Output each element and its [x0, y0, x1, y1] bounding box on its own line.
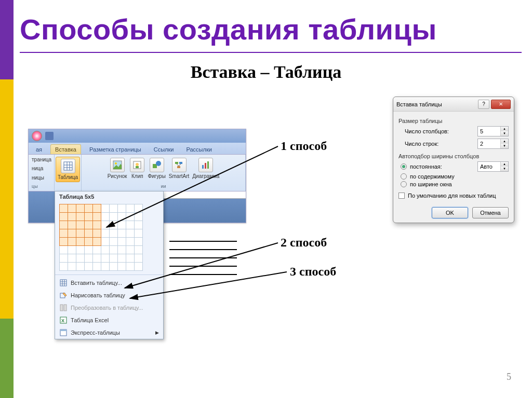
tab-references[interactable]: Ссылки: [150, 145, 178, 154]
radio-icon: [401, 173, 407, 180]
table-button[interactable]: Таблица: [56, 157, 80, 182]
svg-rect-26: [60, 305, 63, 311]
ribbon-tabs: ая Вставка Разметка страницы Ссылки Расс…: [29, 143, 246, 154]
convert-table-icon: [59, 304, 68, 312]
spin-up-icon[interactable]: ▲: [501, 162, 508, 167]
group-label-pages: цы: [32, 184, 38, 189]
svg-rect-19: [207, 161, 209, 169]
insert-table-icon: [59, 279, 68, 287]
svg-rect-20: [60, 280, 66, 286]
dialog-titlebar: Вставка таблицы ? ✕: [393, 97, 514, 112]
tab-home-fragment[interactable]: ая: [32, 145, 46, 154]
svg-line-15: [177, 164, 179, 166]
table-dropdown: Таблица 5x5 Вставить таблицу... Нарисова…: [55, 191, 164, 339]
slide-subtitle: Вставка – Таблица: [0, 62, 532, 82]
menu-insert-table[interactable]: Вставить таблицу...: [55, 277, 163, 289]
svg-rect-17: [202, 165, 204, 169]
pages-group-fragment: траница ница ницы цы: [29, 155, 55, 191]
callout-method2: 2 способ: [281, 236, 327, 250]
quick-tables-icon: [59, 328, 68, 337]
svg-rect-18: [205, 163, 206, 169]
svg-rect-27: [64, 305, 66, 311]
group-label-illustrations: ии: [161, 184, 166, 189]
svg-rect-14: [177, 166, 180, 168]
smartart-button[interactable]: SmartArt: [168, 157, 190, 180]
excel-icon: X: [59, 316, 68, 324]
cancel-button[interactable]: Отмена: [472, 207, 509, 218]
section-table-size: Размер таблицы: [398, 118, 509, 124]
illustrations-group: Рисунок Клип Фигуры SmartArt Диаграмма и…: [82, 155, 246, 191]
title-underline: [20, 52, 522, 53]
cols-input[interactable]: 5▲▼: [477, 126, 509, 136]
dropdown-title: Таблица 5x5: [55, 191, 163, 202]
svg-rect-0: [64, 162, 72, 170]
section-autofit: Автоподбор ширины столбцов: [398, 153, 509, 159]
svg-point-11: [156, 161, 161, 166]
svg-rect-31: [60, 330, 66, 331]
clip-icon: [130, 158, 144, 172]
shapes-icon: [150, 158, 164, 172]
callout-method1: 1 способ: [281, 139, 327, 153]
slide-accent-bar: [0, 0, 14, 398]
svg-rect-12: [175, 162, 178, 164]
grid-picker[interactable]: [55, 202, 163, 273]
default-new-checkbox[interactable]: По умолчанию для новых таблиц: [398, 193, 509, 199]
qat-save-icon[interactable]: [45, 132, 54, 140]
picture-icon: [110, 158, 125, 172]
chart-icon: [198, 158, 213, 172]
document-content-lines: [169, 234, 237, 282]
ribbon-body: траница ница ницы цы Таблица Рисунок Кли…: [29, 154, 246, 191]
radio-by-content[interactable]: по содержимому: [398, 173, 509, 180]
clip-button[interactable]: Клип: [129, 157, 145, 180]
checkbox-icon: [398, 193, 405, 199]
svg-point-8: [136, 163, 139, 166]
cols-label: Число столбцов:: [398, 128, 477, 134]
menu-quick-tables[interactable]: Экспресс-таблицы ▶: [55, 326, 163, 339]
quick-access-toolbar: [29, 129, 246, 143]
svg-text:X: X: [61, 318, 64, 323]
ok-button[interactable]: OK: [432, 207, 468, 218]
spin-up-icon[interactable]: ▲: [501, 139, 508, 144]
shapes-button[interactable]: Фигуры: [147, 157, 166, 180]
insert-table-dialog: Вставка таблицы ? ✕ Размер таблицы Число…: [393, 97, 514, 223]
tab-insert[interactable]: Вставка: [50, 144, 81, 154]
tables-group: Таблица: [55, 155, 82, 191]
tab-mailings[interactable]: Рассылки: [182, 145, 216, 154]
svg-line-16: [179, 164, 181, 166]
tab-page-layout[interactable]: Разметка страницы: [85, 145, 145, 154]
chart-button[interactable]: Диаграмма: [191, 157, 220, 180]
page-number: 5: [507, 372, 511, 382]
spin-down-icon[interactable]: ▼: [501, 144, 508, 148]
table-icon: [61, 159, 75, 173]
svg-rect-9: [136, 166, 139, 168]
spin-down-icon[interactable]: ▼: [501, 131, 508, 136]
radio-fixed[interactable]: постоянная: Авто▲▼: [398, 161, 509, 172]
submenu-arrow-icon: ▶: [155, 330, 159, 335]
draw-table-icon: [59, 291, 68, 299]
close-button[interactable]: ✕: [491, 100, 511, 109]
help-button[interactable]: ?: [478, 100, 489, 109]
svg-point-6: [115, 162, 117, 164]
radio-icon: [401, 163, 407, 170]
menu-convert-table: Преобразовать в таблицу...: [55, 301, 163, 314]
spin-up-icon[interactable]: ▲: [501, 127, 508, 131]
rows-input[interactable]: 2▲▼: [477, 139, 509, 149]
office-button-icon[interactable]: [32, 131, 42, 141]
dialog-title-text: Вставка таблицы: [396, 101, 476, 107]
callout-method3: 3 способ: [290, 265, 336, 279]
spin-down-icon[interactable]: ▼: [501, 167, 508, 171]
menu-draw-table[interactable]: Нарисовать таблицу: [55, 289, 163, 301]
radio-icon: [401, 181, 407, 187]
picture-button[interactable]: Рисунок: [107, 157, 128, 180]
menu-excel-table[interactable]: X Таблица Excel: [55, 314, 163, 326]
fixed-width-combo[interactable]: Авто▲▼: [477, 161, 509, 172]
rows-label: Число строк:: [398, 141, 477, 147]
radio-by-window[interactable]: по ширине окна: [398, 181, 509, 187]
smartart-icon: [172, 158, 187, 172]
svg-rect-13: [179, 162, 182, 164]
slide-title: Способы создания таблицы: [20, 12, 522, 46]
